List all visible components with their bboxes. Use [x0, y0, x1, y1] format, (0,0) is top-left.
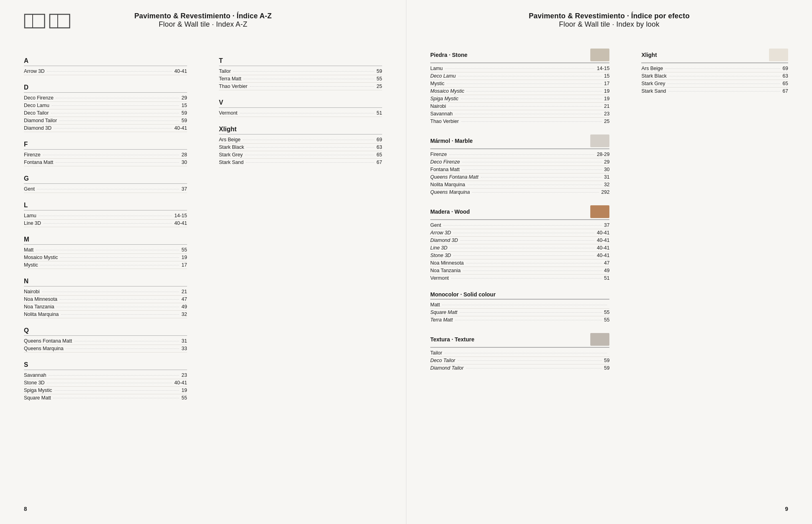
- entry-page: 69: [377, 137, 382, 142]
- list-item: Mystic17: [24, 261, 187, 269]
- entry-page: 40-41: [597, 230, 609, 236]
- list-item: Nolita Marquina32: [24, 311, 187, 318]
- list-item: Firenze28-29: [430, 151, 609, 158]
- dotted-line: [43, 155, 179, 155]
- list-item: Fontana Matt30: [430, 166, 609, 173]
- entry-name: Deco Firenze: [430, 159, 460, 165]
- effect-section: Mármol · MarbleFirenze28-29Deco Firenze2…: [430, 134, 609, 196]
- entry-page: 19: [604, 88, 610, 94]
- section-letter: Q: [24, 327, 187, 336]
- left-header-subtitle: Floor & Wall tile · Index A-Z: [24, 20, 382, 29]
- entry-page: 21: [604, 103, 610, 109]
- list-item: Stark Grey65: [641, 80, 788, 88]
- entry-name: Line 3D: [24, 220, 41, 226]
- entry-page: 25: [377, 84, 382, 89]
- list-item: Queens Fontana Matt31: [430, 173, 609, 181]
- entry-name: Diamond Tailor: [430, 365, 464, 371]
- list-item: Nairobi21: [24, 288, 187, 296]
- entry-page: 49: [182, 304, 187, 310]
- dotted-line: [244, 79, 374, 79]
- dotted-line: [56, 162, 179, 163]
- list-item: Square Matt55: [430, 309, 609, 316]
- dotted-line: [47, 383, 172, 383]
- list-item: Gent37: [430, 222, 609, 229]
- list-item: Lamu14-15: [430, 65, 609, 72]
- effect-section-header: Xlight: [641, 49, 788, 63]
- dotted-line: [52, 105, 179, 106]
- effect-section: Monocolor · Solid colourMattSquare Matt5…: [430, 291, 609, 323]
- entry-page: 65: [377, 152, 382, 158]
- entry-page: 28: [182, 152, 187, 158]
- list-item: Vermont51: [219, 109, 382, 117]
- dotted-line: [668, 91, 780, 92]
- list-item: Tailor59: [219, 68, 382, 75]
- entry-name: Tailor: [219, 68, 231, 74]
- entry-name: Nolita Marquina: [430, 182, 465, 187]
- list-item: Savannah23: [430, 110, 609, 118]
- entry-page: 49: [604, 268, 610, 273]
- entry-name: Thao Verbier: [219, 84, 248, 89]
- entry-page: 55: [377, 76, 382, 82]
- dotted-line: [449, 106, 602, 107]
- entry-name: Savannah: [24, 372, 46, 378]
- entry-name: Queens Marquina: [430, 189, 470, 195]
- list-item: Diamond 3D40-41: [430, 237, 609, 244]
- entry-page: 23: [182, 372, 187, 378]
- list-item: Deco Tailor59: [24, 109, 187, 117]
- list-item: Gent37: [24, 185, 187, 193]
- list-item: Thao Verbier25: [219, 83, 382, 90]
- effect-section-title: Madera · Wood: [430, 208, 470, 215]
- effect-section-title: Xlight: [641, 52, 657, 58]
- list-item: Deco Lamu15: [430, 72, 609, 80]
- dotted-line: [458, 360, 602, 361]
- entry-page: 25: [604, 119, 610, 124]
- entry-name: Deco Firenze: [24, 95, 53, 101]
- dotted-line: [37, 189, 179, 189]
- list-item: Deco Tailor59: [430, 357, 609, 364]
- entry-name: Line 3D: [430, 245, 447, 251]
- dotted-line: [455, 320, 602, 320]
- list-item: Stone 3D40-41: [430, 252, 609, 259]
- list-item: Square Matt55: [24, 394, 187, 401]
- entry-page: 29: [182, 95, 187, 101]
- effect-section-title: Monocolor · Solid colour: [430, 291, 496, 298]
- dotted-line: [60, 257, 179, 258]
- entry-page: 19: [182, 255, 187, 260]
- entry-page: 55: [604, 310, 610, 315]
- dotted-line: [53, 398, 179, 398]
- entry-name: Arrow 3D: [24, 68, 45, 74]
- list-item: Line 3D40-41: [430, 244, 609, 252]
- entry-name: Vermont: [430, 275, 449, 281]
- list-item: Deco Firenze29: [24, 94, 187, 102]
- left-page-header: Pavimento & Revestimiento · Índice A-Z F…: [24, 12, 382, 29]
- index-content: AArrow 3D40-41DDeco Firenze29Deco Lamu15…: [24, 49, 382, 401]
- entry-name: Spiga Mystic: [24, 388, 52, 393]
- list-item: Stark Black63: [219, 144, 382, 151]
- entry-page: 65: [783, 81, 788, 86]
- entry-name: Lamu: [24, 213, 36, 218]
- dotted-line: [61, 314, 180, 315]
- effect-section-thumb: [590, 333, 609, 346]
- entry-name: Nairobi: [24, 289, 40, 294]
- list-item: Lamu14-15: [24, 212, 187, 220]
- entry-page: 55: [182, 395, 187, 401]
- entry-name: Diamond 3D: [430, 238, 458, 243]
- dotted-line: [467, 91, 601, 92]
- entry-page: 15: [604, 73, 610, 79]
- logo: [24, 11, 72, 31]
- entry-page: 59: [604, 358, 610, 363]
- dotted-line: [233, 71, 374, 72]
- entry-name: Terra Matt: [219, 76, 241, 82]
- entry-name: Mystic: [24, 262, 38, 268]
- entry-page: 30: [182, 160, 187, 165]
- effect-section-thumb: [590, 134, 609, 147]
- list-item: Thao Verbier25: [430, 118, 609, 125]
- effect-section-header: Monocolor · Solid colour: [430, 291, 609, 300]
- entry-page: 19: [182, 388, 187, 393]
- dotted-line: [60, 299, 179, 300]
- entry-name: Stark Grey: [219, 152, 243, 158]
- entry-name: Noa Minnesota: [430, 260, 464, 266]
- effect-section-thumb: [590, 49, 609, 61]
- dotted-line: [461, 99, 602, 99]
- entry-page: 19: [604, 96, 610, 101]
